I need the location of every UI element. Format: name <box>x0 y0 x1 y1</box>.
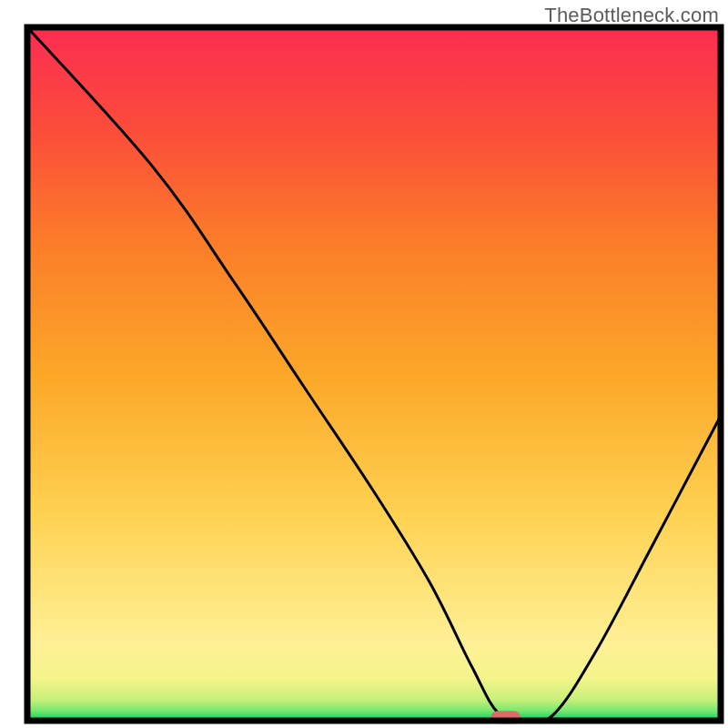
chart-container: TheBottleneck.com <box>0 0 728 728</box>
gradient-background <box>27 27 721 721</box>
bottleneck-chart <box>0 0 728 728</box>
watermark-label: TheBottleneck.com <box>544 4 719 27</box>
plot-area <box>27 27 721 723</box>
